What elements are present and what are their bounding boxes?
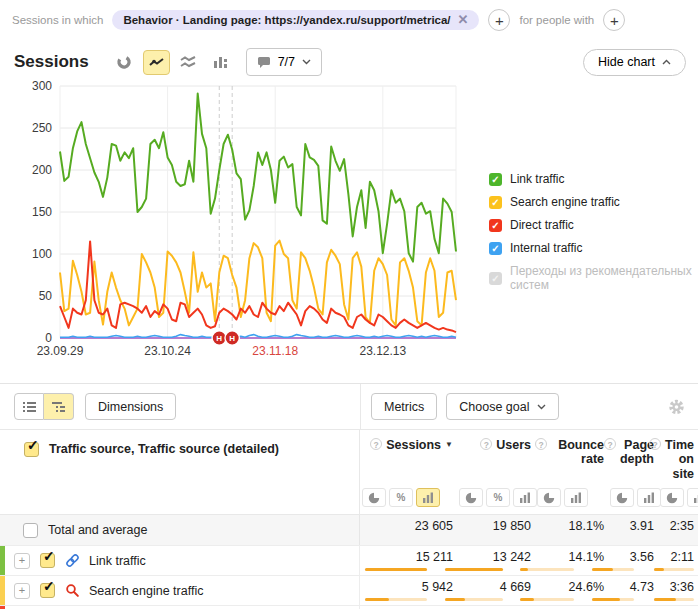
check-icon: ✓ — [43, 548, 55, 564]
metric-header-label[interactable]: ?Time on site — [649, 438, 694, 481]
metric-header-label[interactable]: ?Sessions▼ — [370, 438, 453, 452]
pie-toggle-icon[interactable] — [660, 488, 684, 507]
line-chart-type-icon[interactable] — [143, 50, 170, 75]
columns-icon — [213, 55, 228, 69]
metric-info-icon[interactable]: ? — [480, 438, 492, 450]
metric-bar-track — [520, 568, 574, 571]
metric-info-icon[interactable]: ? — [649, 438, 661, 450]
metric-display-toggles — [610, 481, 661, 507]
metric-cell: 3:36 — [658, 576, 698, 605]
link-traffic-icon — [65, 553, 80, 568]
row-checkbox[interactable] — [23, 523, 38, 538]
bar-toggle-icon[interactable] — [416, 488, 440, 507]
metric-header-label[interactable]: ?Bounce rate — [535, 438, 604, 467]
table-body: Total and average23 60519 85018.1%3.912:… — [0, 515, 698, 609]
expand-row-button[interactable]: + — [14, 553, 30, 569]
dimensions-button[interactable]: Dimensions — [85, 393, 176, 420]
svg-text:H: H — [229, 334, 235, 343]
tree-icon — [51, 401, 66, 413]
metric-value: 3.91 — [630, 519, 654, 533]
y-axis-tick-label: 300 — [32, 80, 52, 93]
table-row-search-engine-traffic: +✓Search engine traffic5 9424 66924.6%4.… — [0, 576, 698, 606]
select-all-checkbox[interactable]: ✓ — [24, 442, 39, 457]
expand-row-button[interactable]: + — [14, 583, 30, 599]
metric-cell: 3.91 — [608, 515, 658, 545]
metric-bar-fill — [654, 598, 676, 601]
legend-label: Search engine traffic — [510, 195, 620, 209]
metric-bar-fill — [592, 568, 613, 571]
segments-count: 7/7 — [278, 55, 295, 69]
tree-view-icon[interactable] — [44, 393, 74, 420]
metric-header-label[interactable]: ?Users — [480, 438, 531, 452]
hide-chart-label: Hide chart — [598, 55, 655, 69]
metrics-button[interactable]: Metrics — [371, 393, 437, 420]
y-axis-tick-label: 200 — [32, 163, 52, 177]
pie-toggle-icon[interactable] — [537, 488, 561, 507]
series-line-0 — [60, 94, 456, 262]
stacked-area-icon — [180, 55, 196, 69]
pie-toggle-icon[interactable] — [610, 488, 634, 507]
legend-label: Direct traffic — [510, 218, 574, 232]
legend-item-4[interactable]: ✓Переходы из рекомендательных систем — [489, 264, 698, 292]
metric-info-icon[interactable]: ? — [370, 438, 382, 450]
metric-cell: 4.73 — [608, 576, 658, 605]
row-metrics-cells: 15 21113 24214.1%3.562:11 — [359, 546, 698, 575]
table-toolbar: Dimensions Metrics Choose goal — [0, 384, 698, 429]
row-dimension-cell: +✓Link traffic — [0, 546, 359, 575]
metric-bar-track — [654, 568, 694, 571]
choose-goal-dropdown[interactable]: Choose goal — [446, 393, 559, 420]
metric-header-text: Bounce rate — [551, 438, 604, 467]
pie-toggle-icon[interactable] — [362, 488, 386, 507]
metric-cell: 5 942 — [360, 576, 457, 605]
row-label[interactable]: Link traffic — [89, 554, 146, 568]
metric-info-icon[interactable]: ? — [604, 438, 616, 450]
chart-annotation-h-marker[interactable]: H — [225, 331, 239, 345]
legend-checkbox-icon: ✓ — [489, 219, 502, 232]
check-icon: ✓ — [27, 437, 39, 453]
row-label[interactable]: Search engine traffic — [89, 584, 203, 598]
table-header-dimension: ✓ Traffic source, Traffic source (detail… — [0, 430, 359, 514]
svg-text:H: H — [216, 334, 222, 343]
stacked-area-chart-type-icon[interactable] — [175, 50, 202, 75]
legend-item-0[interactable]: ✓Link traffic — [489, 172, 698, 186]
y-axis-tick-label: 150 — [32, 205, 52, 219]
segment-filter-chip[interactable]: Behavior · Landing page: https://yandex.… — [112, 10, 479, 30]
row-checkbox[interactable]: ✓ — [40, 553, 55, 568]
pie-toggle-icon[interactable] — [459, 488, 483, 507]
people-filter-label: for people with — [519, 14, 594, 26]
add-people-filter-button[interactable]: + — [603, 9, 625, 31]
flat-list-view-icon[interactable] — [14, 393, 44, 420]
metric-info-icon[interactable]: ? — [535, 438, 547, 450]
dimension-header-label[interactable]: Traffic source, Traffic source (detailed… — [49, 442, 279, 456]
percent-toggle-icon[interactable]: % — [389, 488, 413, 507]
x-axis-tick-label: 23.12.13 — [359, 344, 406, 358]
legend-checkbox-icon: ✓ — [489, 272, 502, 285]
column-chart-type-icon[interactable] — [207, 50, 234, 75]
bar-toggle-icon[interactable] — [564, 488, 588, 507]
metric-cell: 2:11 — [658, 546, 698, 575]
bar-toggle-icon[interactable] — [513, 488, 537, 507]
row-checkbox[interactable]: ✓ — [40, 583, 55, 598]
choose-goal-label: Choose goal — [459, 400, 529, 414]
metric-value: 2:11 — [671, 550, 694, 564]
row-metrics-cells: 5 9424 66924.6%4.733:36 — [359, 576, 698, 605]
metric-header-label[interactable]: ?Page depth — [604, 438, 654, 467]
legend-item-2[interactable]: ✓Direct traffic — [489, 218, 698, 232]
chevron-down-icon — [302, 59, 311, 65]
metric-bar-track — [445, 568, 503, 571]
bar-toggle-icon[interactable] — [687, 488, 698, 507]
report-table: Dimensions Metrics Choose goal — [0, 383, 698, 609]
legend-item-3[interactable]: ✓Internal traffic — [489, 241, 698, 255]
pie-chart-type-icon[interactable] — [111, 50, 138, 75]
table-settings-gear-icon[interactable] — [668, 398, 685, 415]
hide-chart-button[interactable]: Hide chart — [583, 49, 686, 76]
chart-type-switcher — [111, 50, 234, 75]
add-session-filter-button[interactable]: + — [488, 9, 510, 31]
remove-filter-icon[interactable]: ✕ — [458, 15, 469, 25]
legend-label: Link traffic — [510, 172, 564, 186]
percent-toggle-icon[interactable]: % — [486, 488, 510, 507]
metric-header-text: Time on site — [665, 438, 694, 481]
segments-dropdown[interactable]: 7/7 — [246, 48, 322, 76]
legend-item-1[interactable]: ✓Search engine traffic — [489, 195, 698, 209]
metric-display-toggles — [660, 481, 698, 507]
